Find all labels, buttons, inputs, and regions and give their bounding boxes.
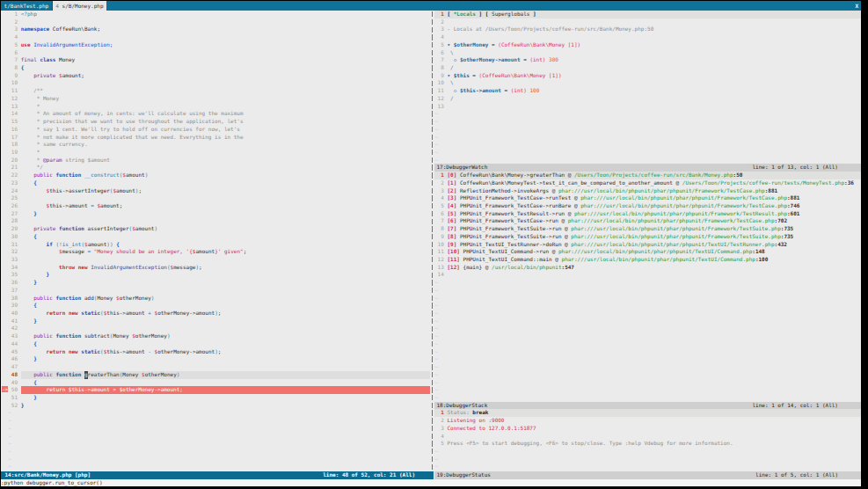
code-line[interactable]: 1 <?php xyxy=(2,11,430,18)
code-line[interactable]: 8 { xyxy=(2,64,430,72)
code-line[interactable]: 16 * say 1 cent. We'll try to hold off o… xyxy=(2,126,430,134)
watch-line[interactable]: 13 xyxy=(434,103,861,111)
text-token xyxy=(21,264,59,270)
code-line[interactable]: 52 } xyxy=(2,402,430,410)
code-line[interactable]: 48 public function greaterThan(Money $ot… xyxy=(2,371,430,379)
code-line[interactable]: 5 use InvalidArgumentException; xyxy=(2,41,430,49)
status-line[interactable]: 4 xyxy=(434,433,861,441)
code-line[interactable]: -> 50 return $this->amount > $otherMoney… xyxy=(2,386,430,394)
code-line[interactable]: 11 /** xyxy=(2,87,430,95)
debugger-status-window[interactable]: 1 Status: break 2 Listening on :9000 3 C… xyxy=(434,409,861,471)
watch-line[interactable]: 5 ▾ $otherMoney = (CoffeeRun\Bank\Money … xyxy=(434,41,861,49)
command-line[interactable]: :python debugger.run_to_cursor() xyxy=(1,479,861,487)
watch-line[interactable]: 6 \ xyxy=(434,49,861,57)
code-line[interactable]: 20 * @param string $amount xyxy=(2,157,430,164)
watch-line[interactable]: 7 ◇ $otherMoney->amount = (int) 300 xyxy=(434,56,861,64)
close-icon[interactable]: X xyxy=(855,1,858,11)
watch-line[interactable]: 1 [ *Locals ] [ Superglobals ] xyxy=(434,11,861,18)
stack-frame-line[interactable]: 9 [8] PHPUnit_Framework_TestSuite->run @… xyxy=(434,233,861,241)
stack-frame-line[interactable]: 12 [11] PHPUnit_TextUI_Command::main @ p… xyxy=(434,256,861,264)
watch-line[interactable]: 8 / xyxy=(434,64,861,72)
code-line[interactable]: 31 if (!is_int($amount)) { xyxy=(2,241,430,249)
code-line[interactable]: 38 public function add(Money $otherMoney… xyxy=(2,295,430,303)
code-line[interactable]: 10 xyxy=(2,79,430,87)
code-line[interactable]: 4 xyxy=(2,33,430,41)
empty-buffer-line: ~ xyxy=(434,141,861,149)
code-line[interactable]: 14 * An amount of money, in cents: we'll… xyxy=(2,110,430,118)
code-line[interactable]: 41 } xyxy=(2,317,430,325)
code-line[interactable]: 49 { xyxy=(2,379,430,387)
code-line[interactable]: 30 { xyxy=(2,233,430,241)
tab-money[interactable]: 4s/B/Money.php xyxy=(53,1,106,11)
separator-dash-icon xyxy=(432,34,434,40)
code-line[interactable]: 13 * xyxy=(2,103,430,111)
code-line[interactable]: 32 $message = "Money should be an intege… xyxy=(2,248,430,256)
text-token: throw xyxy=(59,264,78,270)
stack-frame-line[interactable]: 6 [5] PHPUnit_Framework_TestResult->run … xyxy=(434,210,861,218)
stack-window[interactable]: 1 [0] CoffeeRun\Bank\Money->greaterThan … xyxy=(434,172,861,402)
stack-frame-line[interactable]: 4 [3] PHPUnit_Framework_TestCase->runTes… xyxy=(434,194,861,202)
code-line[interactable]: 15 * precision that we want to use throu… xyxy=(2,118,430,126)
stack-frame-line[interactable]: 11 [10] PHPUnit_TextUI_Command->run @ ph… xyxy=(434,248,861,256)
code-line[interactable]: 9 private $amount; xyxy=(2,72,430,80)
stack-frame-line[interactable]: 13 [12] {main} @ /usr/local/bin/phpunit:… xyxy=(434,264,861,272)
stack-frame-line[interactable]: 10 [9] PHPUnit_TextUI_TestRunner->doRun … xyxy=(434,241,861,249)
code-line[interactable]: 22 public function __construct($amount) xyxy=(2,172,430,179)
code-line[interactable]: 40 return new static($this->amount + $ot… xyxy=(2,310,430,317)
code-line[interactable]: 18 * same currency. xyxy=(2,141,430,149)
watch-line[interactable]: 10 \ xyxy=(434,79,861,87)
code-line[interactable]: 6 xyxy=(2,49,430,57)
code-line[interactable]: 26 $this->amount = $amount; xyxy=(2,202,430,210)
code-line[interactable]: 43 public function subtract(Money $other… xyxy=(2,332,430,340)
code-line[interactable]: 19 * xyxy=(2,149,430,157)
code-line[interactable]: 37 xyxy=(2,287,430,295)
code-line[interactable]: 23 { xyxy=(2,179,430,187)
code-line[interactable]: 29 private function assertInteger($amoun… xyxy=(2,225,430,233)
separator-dash-icon xyxy=(432,310,434,316)
code-line[interactable]: 39 { xyxy=(2,302,430,310)
editor-window[interactable]: 1 <?php 2 3 namespace CoffeeRun\Bank; 4 … xyxy=(1,11,430,471)
code-line[interactable]: 28 xyxy=(2,217,430,225)
watch-window[interactable]: 1 [ *Locals ] [ Superglobals ] 2 3 - Loc… xyxy=(434,11,861,164)
watch-line[interactable]: 12 / xyxy=(434,95,861,103)
separator-dash-icon xyxy=(432,226,434,231)
code-line[interactable]: 27 } xyxy=(2,210,430,218)
code-line[interactable]: 33 xyxy=(2,256,430,264)
code-line[interactable]: 36 } xyxy=(2,279,430,287)
watch-line[interactable]: 3 - Locals at /Users/Toon/Projects/coffe… xyxy=(434,26,861,33)
code-line[interactable]: 34 throw new InvalidArgumentException($m… xyxy=(2,264,430,272)
stack-frame-line[interactable]: 8 [7] PHPUnit_Framework_TestSuite->run @… xyxy=(434,225,861,233)
watch-line[interactable]: 2 xyxy=(434,18,861,26)
code-line[interactable]: 12 * Money xyxy=(2,95,430,103)
watch-line[interactable]: 11 ◇ $this->amount = (int) 100 xyxy=(434,87,861,95)
code-line[interactable]: 7 final class Money xyxy=(2,56,430,64)
code-line[interactable]: 24 $this->assertInteger($amount); xyxy=(2,187,430,195)
text-token: @ xyxy=(571,202,580,208)
code-line[interactable]: 44 { xyxy=(2,340,430,348)
status-line[interactable]: 1 Status: break xyxy=(434,409,861,417)
code-line[interactable]: 3 namespace CoffeeRun\Bank; xyxy=(2,26,430,33)
code-line[interactable]: 2 xyxy=(2,18,430,26)
watch-line[interactable]: 4 xyxy=(434,33,861,41)
code-line[interactable]: 25 xyxy=(2,194,430,202)
status-line[interactable]: 2 Listening on :9000 xyxy=(434,417,861,425)
code-line[interactable]: 17 * not make it more complicated that w… xyxy=(2,134,430,142)
status-line[interactable]: 3 Connected to 127.0.0.1:51877 xyxy=(434,425,861,433)
code-line[interactable]: 21 */ xyxy=(2,164,430,172)
stack-frame-line[interactable]: 7 [6] PHPUnit_Framework_TestCase->run @ … xyxy=(434,217,861,225)
code-line[interactable]: 46 } xyxy=(2,355,430,363)
code-line[interactable]: 45 return new static($this->amount - $ot… xyxy=(2,348,430,356)
stack-frame-line[interactable]: 14 xyxy=(434,271,861,279)
empty-buffer-line: ~ xyxy=(434,355,861,363)
tab-banktest[interactable]: t/BankTest.php xyxy=(1,1,53,11)
code-line[interactable]: 42 xyxy=(2,325,430,332)
code-line[interactable]: 35 } xyxy=(2,271,430,279)
code-line[interactable]: 47 xyxy=(2,363,430,371)
watch-line[interactable]: 9 ▾ $this = (CoffeeRun\Bank\Money [1]) xyxy=(434,72,861,80)
stack-frame-line[interactable]: 3 [2] ReflectionMethod->invokeArgs @ pha… xyxy=(434,187,861,195)
code-line[interactable]: 51 } xyxy=(2,394,430,402)
status-line[interactable]: 5 Press <F5> to start debugging, <F6> to… xyxy=(434,440,861,448)
stack-frame-line[interactable]: 1 [0] CoffeeRun\Bank\Money->greaterThan … xyxy=(434,172,861,179)
stack-frame-line[interactable]: 5 [4] PHPUnit_Framework_TestCase->runBar… xyxy=(434,202,861,210)
stack-frame-line[interactable]: 2 [1] CoffeeRun\Bank\MoneyTest->test_it_… xyxy=(434,179,861,187)
